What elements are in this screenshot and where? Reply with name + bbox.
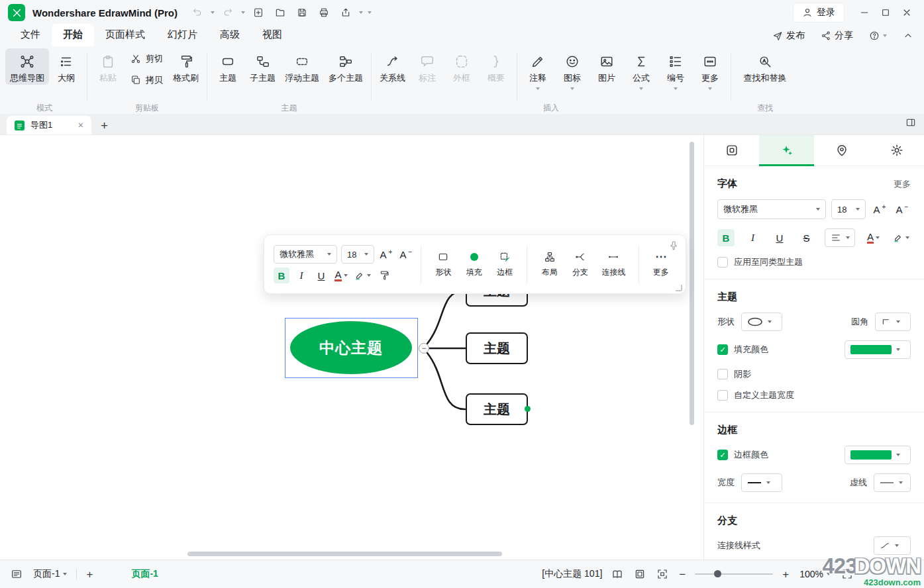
login-button[interactable]: 登录 <box>794 3 844 22</box>
document-tab[interactable]: 导图1 × <box>7 116 91 134</box>
undo-button[interactable] <box>189 4 206 21</box>
panel-font-color-button[interactable]: A <box>865 229 882 246</box>
connector-button[interactable]: 连接线 <box>595 250 631 279</box>
export-button[interactable] <box>337 4 354 21</box>
highlight-color-button[interactable] <box>353 268 372 283</box>
maximize-button[interactable] <box>875 4 896 21</box>
border-color-select[interactable] <box>845 446 911 464</box>
zoom-slider-knob[interactable] <box>714 570 721 577</box>
panel-italic-button[interactable]: I <box>744 229 762 246</box>
fill-color-select[interactable] <box>845 340 911 359</box>
panel-font-increase-button[interactable]: A+ <box>871 201 888 218</box>
copy-button[interactable]: 拷贝 <box>125 70 168 91</box>
page-tab[interactable]: 页面-1 <box>130 567 159 581</box>
border-dash-select[interactable] <box>874 473 911 492</box>
shadow-checkbox[interactable] <box>717 369 728 379</box>
tab-close-icon[interactable]: × <box>78 121 83 130</box>
export-chevron-icon[interactable] <box>359 11 363 14</box>
font-family-select[interactable]: 微软雅黑 <box>274 245 337 264</box>
print-button[interactable] <box>315 4 333 21</box>
zoom-in-button[interactable]: + <box>781 567 790 581</box>
cut-button[interactable]: 剪切 <box>125 48 168 70</box>
new-document-button[interactable] <box>250 4 267 21</box>
panel-toggle-button[interactable] <box>905 117 916 130</box>
vertical-scrollbar[interactable] <box>690 142 694 425</box>
shape-button[interactable]: 形状 <box>428 250 458 279</box>
layout-button[interactable]: 布局 <box>534 250 564 279</box>
panel-underline-button[interactable]: U <box>771 229 788 246</box>
pin-icon[interactable] <box>668 240 679 253</box>
panel-highlight-button[interactable] <box>892 229 911 246</box>
panel-tab-marker[interactable] <box>814 135 869 166</box>
font-increase-button[interactable]: A+ <box>378 246 394 262</box>
apply-same-type-checkbox[interactable] <box>717 257 728 268</box>
frame-view-button[interactable] <box>633 567 647 581</box>
menu-tab-home[interactable]: 开始 <box>52 24 94 46</box>
share-button[interactable]: 分享 <box>819 28 854 43</box>
collapse-branch-button[interactable]: − <box>419 343 429 354</box>
add-map-tab-button[interactable]: + <box>101 119 108 132</box>
bold-button[interactable]: B <box>274 268 289 283</box>
paste-button[interactable]: 粘贴 <box>91 48 125 85</box>
italic-button[interactable]: I <box>293 268 309 283</box>
panel-tab-ai-style[interactable] <box>759 135 814 166</box>
formula-button[interactable]: 公式 <box>624 48 658 92</box>
outline-mode-button[interactable]: 大纲 <box>49 48 83 85</box>
panel-tab-settings[interactable] <box>869 135 924 166</box>
quick-add-dot[interactable] <box>525 406 531 412</box>
picture-button[interactable]: 图片 <box>590 48 624 85</box>
menu-tab-page-style[interactable]: 页面样式 <box>94 24 156 46</box>
font-more-link[interactable]: 更多 <box>894 178 911 190</box>
format-painter-button-ribbon[interactable]: 格式刷 <box>168 48 203 85</box>
zoom-out-button[interactable]: − <box>678 567 687 581</box>
menu-tab-slides[interactable]: 幻灯片 <box>156 24 209 46</box>
find-replace-button[interactable]: 查找和替换 <box>735 48 796 85</box>
callout-button[interactable]: 标注 <box>410 48 444 85</box>
collapse-ribbon-button[interactable] <box>901 29 915 42</box>
close-button[interactable] <box>896 4 917 21</box>
font-decrease-button[interactable]: A− <box>398 246 414 262</box>
custom-width-checkbox[interactable] <box>717 390 728 401</box>
outline-panel-button[interactable] <box>9 567 24 581</box>
insert-more-button[interactable]: 更多 <box>693 48 727 92</box>
branch-button[interactable]: 分支 <box>565 250 595 279</box>
pages-view-button[interactable] <box>610 567 625 581</box>
panel-strikethrough-button[interactable]: S <box>798 229 815 246</box>
undo-chevron-icon[interactable] <box>211 11 215 14</box>
help-button[interactable] <box>868 29 888 42</box>
panel-bold-button[interactable]: B <box>717 229 735 246</box>
floating-topic-button[interactable]: 浮动主题 <box>280 48 324 85</box>
font-color-button[interactable]: A <box>333 268 349 283</box>
open-folder-button[interactable] <box>272 4 289 21</box>
topic-node-3[interactable]: 主题 <box>466 393 528 425</box>
resize-handle[interactable] <box>676 285 682 291</box>
menu-tab-view[interactable]: 视图 <box>251 24 293 46</box>
menu-tab-file[interactable]: 文件 <box>9 24 52 46</box>
publish-button[interactable]: 发布 <box>771 28 806 43</box>
topic-node-2[interactable]: 主题 <box>466 332 528 364</box>
border-color-checkbox[interactable] <box>717 450 728 460</box>
summary-button[interactable]: 概要 <box>479 48 513 85</box>
border-width-select[interactable] <box>741 473 782 492</box>
mindmap-mode-button[interactable]: 思维导图 <box>5 48 49 85</box>
multi-topic-button[interactable]: 多个主题 <box>324 48 368 85</box>
redo-chevron-icon[interactable] <box>241 11 245 14</box>
corner-select[interactable] <box>875 313 911 331</box>
border-button[interactable]: 边框 <box>489 250 520 279</box>
icon-marker-button[interactable]: 图标 <box>555 48 590 92</box>
page-selector[interactable]: 页面-1 <box>32 567 68 581</box>
menu-tab-advanced[interactable]: 高级 <box>209 24 251 46</box>
minimize-button[interactable] <box>854 4 875 21</box>
note-button[interactable]: 注释 <box>521 48 555 92</box>
panel-font-family-select[interactable]: 微软雅黑 <box>717 199 826 219</box>
subtopic-button[interactable]: 子主题 <box>245 48 280 85</box>
horizontal-scrollbar[interactable] <box>187 552 502 556</box>
save-button[interactable] <box>293 4 311 21</box>
central-topic-node[interactable]: 中心主题 <box>290 321 412 374</box>
fill-color-checkbox[interactable] <box>717 344 728 355</box>
numbering-button[interactable]: 编号 <box>658 48 693 92</box>
format-painter-mini-button[interactable] <box>376 268 392 283</box>
toolbar-more-chevron-icon[interactable] <box>368 11 372 14</box>
panel-alignment-select[interactable] <box>825 228 855 247</box>
topic-button[interactable]: 主题 <box>211 48 245 85</box>
